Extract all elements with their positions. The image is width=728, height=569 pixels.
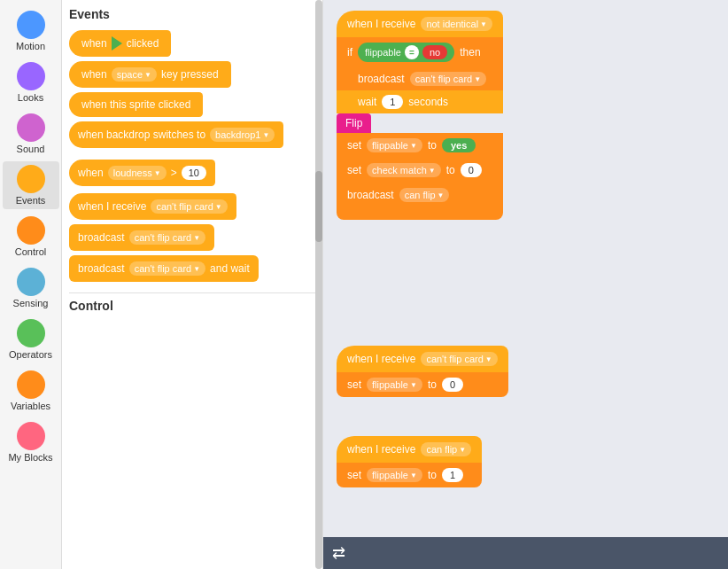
variables-icon bbox=[17, 370, 45, 399]
if-label: if bbox=[347, 46, 352, 58]
when-label: when bbox=[81, 37, 107, 50]
zero-value-1[interactable]: 0 bbox=[461, 163, 482, 177]
flag-icon bbox=[112, 36, 122, 51]
panel-title: Events bbox=[69, 7, 315, 21]
one-value[interactable]: 1 bbox=[442, 468, 463, 482]
sidebar-item-control[interactable]: Control bbox=[3, 213, 59, 261]
then-label: then bbox=[460, 46, 480, 58]
broadcast-block[interactable]: broadcast can't flip card bbox=[69, 224, 315, 251]
sidebar-label-control: Control bbox=[15, 246, 46, 257]
sidebar-label-variables: Variables bbox=[11, 401, 50, 411]
c2-when-receive-label: when I receive bbox=[347, 353, 415, 365]
seconds-label: seconds bbox=[408, 96, 448, 108]
canvas-set-flippable-0[interactable]: set flippable to 0 bbox=[337, 372, 508, 397]
scrollbar-track[interactable] bbox=[315, 0, 322, 569]
flippable-dropdown-1[interactable]: flippable bbox=[367, 138, 422, 152]
canvas-when-receive-3[interactable]: when I receive can flip bbox=[337, 436, 482, 463]
when-sprite-block[interactable]: when this sprite clicked bbox=[69, 92, 315, 117]
canvas-set-flippable-yes[interactable]: set flippable to yes bbox=[337, 133, 503, 158]
c3-can-flip-dropdown[interactable]: can flip bbox=[421, 442, 471, 456]
sidebar-item-sensing[interactable]: Sensing bbox=[3, 264, 59, 312]
no-value: no bbox=[422, 45, 447, 59]
sidebar-label-myblocks: My Blocks bbox=[8, 452, 52, 463]
sprite-label: when this sprite clicked bbox=[81, 98, 190, 111]
zero-value-2[interactable]: 0 bbox=[442, 378, 463, 392]
and-wait-label: and wait bbox=[210, 262, 250, 275]
sidebar-item-sound[interactable]: Sound bbox=[3, 110, 59, 158]
canvas-group-1: when I receive not identical if flippabl… bbox=[337, 11, 503, 220]
operators-icon bbox=[17, 319, 45, 347]
when-flag-block[interactable]: when clicked bbox=[69, 30, 315, 57]
control-icon bbox=[17, 216, 45, 245]
flippable-dropdown-3[interactable]: flippable bbox=[367, 468, 422, 482]
sidebar-label-motion: Motion bbox=[16, 41, 45, 51]
canvas-when-receive-1[interactable]: when I receive not identical bbox=[337, 11, 503, 37]
cant-flip-inner-dropdown[interactable]: can't flip card bbox=[410, 72, 486, 86]
canvas-when-receive-2[interactable]: when I receive can't flip card bbox=[337, 346, 508, 372]
space-dropdown[interactable]: space bbox=[112, 67, 157, 82]
block-panel: Events when clicked when space key press… bbox=[62, 0, 323, 569]
receive-dropdown[interactable]: can't flip card bbox=[151, 199, 227, 214]
flippable-dropdown-2[interactable]: flippable bbox=[367, 378, 422, 392]
to-label-2: to bbox=[446, 164, 455, 176]
control-section-title: Control bbox=[69, 299, 315, 313]
canvas-set-checkmatch[interactable]: set check match to 0 bbox=[337, 158, 503, 183]
backdrop-label: when backdrop switches to bbox=[78, 129, 205, 141]
sidebar-label-sound: Sound bbox=[17, 144, 45, 154]
sidebar-label-sensing: Sensing bbox=[13, 298, 49, 308]
sidebar-item-motion[interactable]: Motion bbox=[3, 7, 59, 55]
canvas-if-row[interactable]: if flippable = no then bbox=[337, 37, 503, 67]
when-receive-block[interactable]: when I receive can't flip card bbox=[69, 193, 315, 220]
motion-icon bbox=[17, 11, 45, 39]
clicked-label: clicked bbox=[127, 37, 159, 50]
can-flip-dropdown[interactable]: can flip bbox=[399, 188, 450, 202]
canvas-set-flippable-1[interactable]: set flippable to 1 bbox=[337, 463, 482, 487]
when-receive-label: when I receive bbox=[78, 200, 146, 213]
events-icon bbox=[17, 165, 45, 193]
c2-cant-flip-dropdown[interactable]: can't flip card bbox=[421, 352, 497, 366]
canvas-broadcast-inner[interactable]: broadcast can't flip card bbox=[337, 67, 503, 90]
c-when-receive-label: when I receive bbox=[347, 18, 415, 30]
when-sensor-block[interactable]: when loudness > 10 bbox=[69, 152, 315, 186]
canvas: when I receive not identical if flippabl… bbox=[323, 0, 728, 569]
sidebar-item-operators[interactable]: Operators bbox=[3, 316, 59, 363]
canvas-wait-block[interactable]: wait 1 seconds bbox=[337, 90, 503, 113]
to-label-1: to bbox=[428, 139, 437, 152]
broadcast-wait-block[interactable]: broadcast can't flip card and wait bbox=[69, 255, 315, 282]
gt-label: > bbox=[171, 167, 177, 179]
yes-value: yes bbox=[442, 138, 476, 152]
broadcast-dropdown[interactable]: can't flip card bbox=[129, 230, 205, 245]
sound-icon bbox=[17, 113, 45, 142]
sidebar-item-looks[interactable]: Looks bbox=[3, 58, 59, 106]
broadcast-wait-label: broadcast bbox=[78, 262, 125, 275]
set-label-4: set bbox=[347, 469, 361, 481]
when-key-label: when bbox=[81, 68, 107, 81]
loudness-dropdown[interactable]: loudness bbox=[108, 166, 167, 180]
canvas-broadcast-canflip[interactable]: broadcast can flip bbox=[337, 183, 503, 207]
bottom-bar: ⇄ bbox=[323, 537, 728, 569]
canvas-group-3: when I receive can flip set flippable to… bbox=[337, 436, 482, 487]
sidebar: Motion Looks Sound Events Control Sensin… bbox=[0, 0, 62, 569]
broadcast-label-2: broadcast bbox=[347, 189, 394, 201]
sidebar-label-operators: Operators bbox=[9, 349, 52, 360]
when-backdrop-block[interactable]: when backdrop switches to backdrop1 bbox=[69, 121, 315, 148]
to-label-3: to bbox=[428, 378, 437, 391]
scrollbar-thumb[interactable] bbox=[315, 171, 322, 242]
sidebar-label-events: Events bbox=[16, 195, 46, 206]
eq-circle: = bbox=[405, 45, 419, 59]
flippable-condition: flippable = no bbox=[358, 43, 454, 62]
sidebar-item-variables[interactable]: Variables bbox=[3, 367, 59, 415]
sidebar-item-events[interactable]: Events bbox=[3, 161, 59, 209]
c3-when-receive-label: when I receive bbox=[347, 443, 415, 456]
sidebar-item-myblocks[interactable]: My Blocks bbox=[3, 418, 59, 466]
when-key-block[interactable]: when space key pressed bbox=[69, 61, 315, 88]
broadcast-wait-dropdown[interactable]: can't flip card bbox=[129, 261, 205, 276]
ten-value[interactable]: 10 bbox=[182, 166, 206, 180]
check-match-dropdown[interactable]: check match bbox=[367, 163, 441, 177]
wait-value[interactable]: 1 bbox=[382, 95, 403, 109]
sidebar-label-looks: Looks bbox=[18, 92, 43, 103]
backdrop1-dropdown[interactable]: backdrop1 bbox=[210, 128, 275, 142]
bottom-icon[interactable]: ⇄ bbox=[332, 543, 345, 563]
section-divider bbox=[69, 292, 315, 293]
c-not-identical-dropdown[interactable]: not identical bbox=[421, 17, 492, 31]
